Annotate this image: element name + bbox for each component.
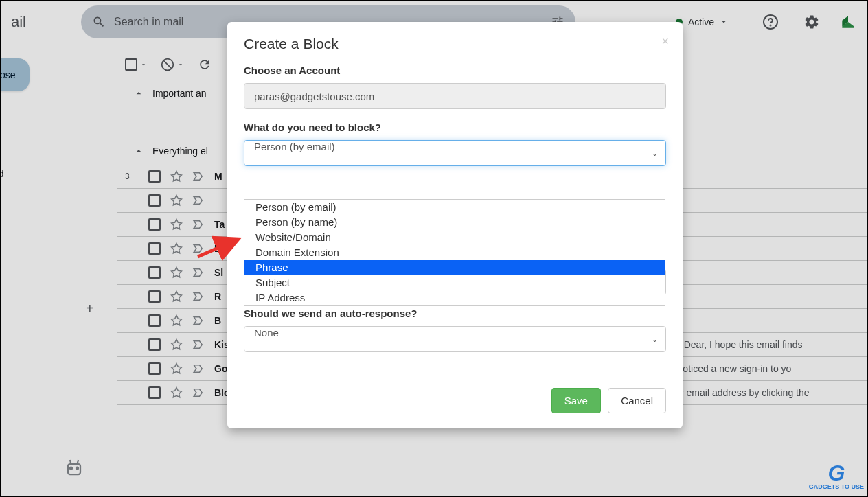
dropdown-option[interactable]: Person (by email)	[244, 200, 665, 215]
block-type-select[interactable]: Person (by email)	[244, 140, 666, 166]
cancel-button[interactable]: Cancel	[608, 388, 666, 413]
save-button[interactable]: Save	[551, 388, 601, 413]
account-label: Choose an Account	[244, 65, 666, 76]
modal-footer: Save Cancel	[227, 378, 683, 428]
dropdown-option[interactable]: IP Address	[244, 290, 665, 305]
dropdown-option[interactable]: Website/Domain	[244, 230, 665, 245]
auto-response-label: Should we send an auto-response?	[244, 308, 666, 319]
block-type-label: What do you need to block?	[244, 122, 666, 133]
dropdown-option[interactable]: Phrase	[244, 260, 665, 275]
dropdown-option[interactable]: Domain Extension	[244, 245, 665, 260]
modal-header: Create a Block ×	[227, 22, 683, 65]
close-button[interactable]: ×	[661, 34, 669, 49]
modal-title: Create a Block	[244, 36, 666, 52]
dropdown-option[interactable]: Person (by name)	[244, 215, 665, 230]
create-block-modal: Create a Block × Choose an Account What …	[227, 22, 683, 428]
auto-response-select[interactable]: None	[244, 326, 666, 352]
watermark: G GADGETS TO USE	[809, 462, 864, 490]
watermark-text: GADGETS TO USE	[809, 484, 864, 490]
watermark-letter: G	[809, 462, 864, 484]
dropdown-option[interactable]: Subject	[244, 275, 665, 290]
account-input[interactable]	[244, 83, 666, 109]
block-type-dropdown-list: Person (by email)Person (by name)Website…	[244, 199, 665, 306]
